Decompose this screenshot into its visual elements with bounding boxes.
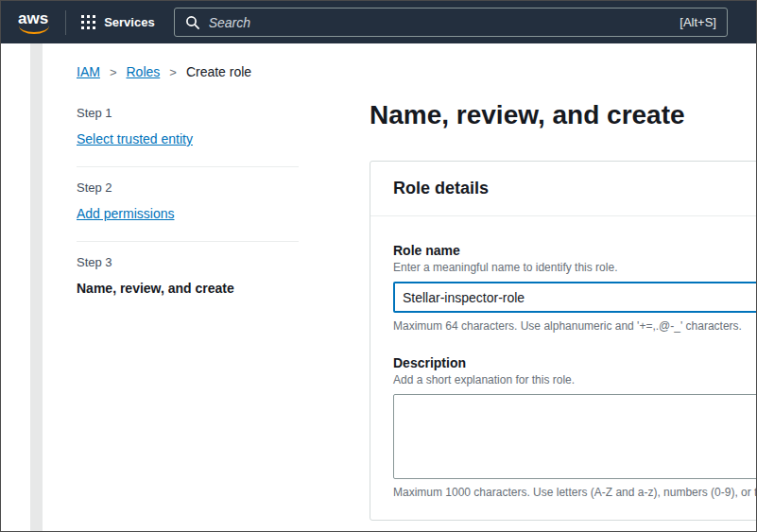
description-label: Description — [393, 355, 756, 370]
breadcrumb-link-roles[interactable]: Roles — [126, 64, 160, 79]
page-title: Name, review, and create — [370, 100, 756, 130]
role-name-field: Role name Enter a meaningful name to ide… — [393, 243, 756, 333]
wizard-steps-nav: Step 1 Select trusted entity Step 2 Add … — [77, 93, 299, 521]
step-link-select-trusted-entity[interactable]: Select trusted entity — [77, 131, 193, 146]
step-link-add-permissions[interactable]: Add permissions — [77, 206, 175, 221]
grid-icon — [81, 15, 95, 29]
search-box[interactable]: [Alt+S] — [174, 8, 728, 37]
search-icon — [185, 15, 200, 30]
services-button[interactable]: Services — [81, 15, 155, 29]
two-column-layout: Step 1 Select trusted entity Step 2 Add … — [77, 93, 756, 521]
card-title: Role details — [370, 162, 756, 216]
card-body: Role name Enter a meaningful name to ide… — [370, 216, 756, 520]
role-details-card: Role details Role name Enter a meaningfu… — [370, 161, 756, 521]
role-name-constraint: Maximum 64 characters. Use alphanumeric … — [393, 319, 756, 333]
breadcrumb-link-iam[interactable]: IAM — [77, 64, 100, 79]
description-textarea[interactable] — [393, 394, 756, 479]
step-item-2: Step 2 Add permissions — [77, 167, 299, 242]
role-name-label: Role name — [393, 243, 756, 258]
description-help: Add a short explanation for this role. — [393, 373, 756, 386]
aws-logo[interactable]: aws — [16, 9, 56, 35]
step-current-name-review-create: Name, review, and create — [77, 281, 234, 296]
aws-console-window: aws Services [ — [0, 0, 757, 532]
page-body: IAM > Roles > Create role Step 1 Select … — [1, 43, 756, 531]
step-1-number: Step 1 — [77, 106, 299, 120]
left-scrollbar[interactable] — [30, 43, 43, 531]
chevron-right-icon: > — [110, 65, 117, 79]
top-nav-bar: aws Services [ — [1, 1, 756, 43]
breadcrumb: IAM > Roles > Create role — [77, 64, 756, 79]
services-label: Services — [104, 15, 155, 29]
description-constraint: Maximum 1000 characters. Use letters (A-… — [393, 486, 756, 499]
step-item-1: Step 1 Select trusted entity — [77, 93, 299, 167]
step-item-3: Step 3 Name, review, and create — [77, 242, 299, 316]
role-name-input[interactable] — [393, 282, 756, 313]
search-shortcut: [Alt+S] — [680, 15, 716, 29]
search-input[interactable] — [209, 15, 672, 30]
description-field: Description Add a short explanation for … — [393, 355, 756, 499]
role-name-help: Enter a meaningful name to identify this… — [393, 261, 756, 274]
step-3-number: Step 3 — [77, 255, 299, 269]
breadcrumb-current-create-role: Create role — [186, 64, 251, 79]
chevron-right-icon: > — [169, 65, 177, 79]
step-2-number: Step 2 — [77, 180, 299, 195]
content-area: IAM > Roles > Create role Step 1 Select … — [77, 43, 756, 531]
nav-divider — [65, 10, 66, 35]
main-panel: Name, review, and create Role details Ro… — [370, 93, 756, 521]
